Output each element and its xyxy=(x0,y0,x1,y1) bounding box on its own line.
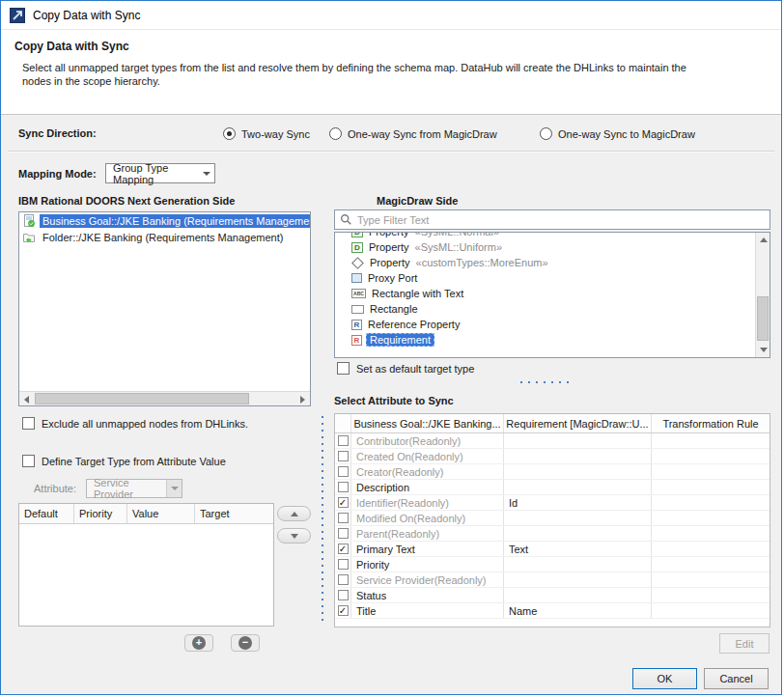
vertical-splitter-handle[interactable] xyxy=(322,416,323,621)
scroll-left-icon[interactable] xyxy=(19,392,34,406)
radio-selected-icon xyxy=(223,127,236,140)
attribute-row-status[interactable]: Status xyxy=(335,588,770,603)
remove-row-button[interactable]: − xyxy=(231,634,260,652)
edit-button[interactable]: Edit xyxy=(719,633,770,654)
attribute-sync-table: Business Goal::/JKE Banking... Requireme… xyxy=(334,413,770,627)
doors-tree: Business Goal::/JKE Banking (Requirement… xyxy=(18,211,311,406)
tree-item-property-uniform[interactable]: D Property «SysML::Uniform» xyxy=(351,239,770,255)
tree-item-requirement[interactable]: R Requirement xyxy=(351,332,770,348)
scroll-up-icon[interactable] xyxy=(756,233,770,247)
checkbox-icon[interactable] xyxy=(338,528,349,539)
select-attribute-title: Select Attribute to Sync xyxy=(334,395,454,406)
radio-label: One-way Sync to MagicDraw xyxy=(558,128,695,140)
cancel-button[interactable]: Cancel xyxy=(704,668,769,689)
attribute-row-title[interactable]: ✓ Title Name xyxy=(335,603,770,619)
business-goal-icon xyxy=(22,214,37,228)
attribute-row-identifier[interactable]: ✓ Identifier(Readonly) Id xyxy=(335,495,770,511)
column-header-target[interactable]: Target xyxy=(195,504,273,523)
search-icon xyxy=(340,213,352,226)
checkbox-icon[interactable] xyxy=(338,559,349,570)
checkbox-icon[interactable] xyxy=(338,466,349,477)
horizontal-scrollbar[interactable] xyxy=(19,391,310,405)
header-description-line1: Select all unmapped target types from th… xyxy=(22,61,768,74)
type-filter-box[interactable] xyxy=(334,209,770,230)
move-down-button[interactable] xyxy=(277,528,311,544)
attribute-value-table[interactable]: Default Priority Value Target xyxy=(18,503,274,627)
scrollbar-track[interactable] xyxy=(34,392,295,405)
mapping-mode-select[interactable]: Group Type Mapping xyxy=(105,163,215,183)
set-default-target-checkbox[interactable]: Set as default target type xyxy=(337,362,474,375)
rectangle-with-text-icon: ABC xyxy=(351,289,366,298)
checkbox-checked-icon[interactable]: ✓ xyxy=(338,497,349,508)
checkbox-label: Define Target Type from Attribute Value xyxy=(42,456,226,467)
checkbox-icon[interactable] xyxy=(338,590,349,600)
requirement-icon: R xyxy=(351,335,362,346)
scroll-right-icon[interactable] xyxy=(295,392,310,406)
radio-one-way-from-magicdraw[interactable]: One-way Sync from MagicDraw xyxy=(329,127,497,140)
chevron-down-icon xyxy=(203,172,210,176)
app-icon xyxy=(10,8,25,23)
chevron-down-icon xyxy=(166,480,182,497)
scrollbar-track[interactable] xyxy=(756,247,770,343)
add-row-button[interactable]: + xyxy=(184,634,213,652)
attribute-row-creator[interactable]: Creator(Readonly) xyxy=(335,464,770,480)
attribute-row-contributor[interactable]: Contributor(Readonly) xyxy=(335,433,770,449)
column-header-value[interactable]: Value xyxy=(127,504,195,523)
checkbox-icon[interactable] xyxy=(338,513,349,523)
plus-icon: + xyxy=(192,636,206,650)
window-title: Copy Data with Sync xyxy=(33,9,140,22)
tree-item-label: Business Goal::/JKE Banking (Requirement… xyxy=(40,214,310,228)
column-header-default[interactable]: Default xyxy=(19,504,74,523)
checkbox-icon[interactable] xyxy=(338,435,349,446)
tree-item-folder[interactable]: Folder::/JKE Banking (Requirements Manag… xyxy=(19,229,310,245)
exclude-unmapped-checkbox[interactable]: Exclude all unmapped nodes from DHLinks. xyxy=(22,417,248,430)
scroll-down-icon[interactable] xyxy=(756,343,770,357)
move-up-button[interactable] xyxy=(277,506,311,521)
tree-item-rectangle[interactable]: Rectangle xyxy=(351,301,770,317)
radio-icon xyxy=(329,127,342,140)
column-header-priority[interactable]: Priority xyxy=(74,504,127,523)
tree-item-reference-property[interactable]: R Reference Property xyxy=(351,317,770,332)
radio-one-way-to-magicdraw[interactable]: One-way Sync to MagicDraw xyxy=(540,127,695,140)
type-filter-input[interactable] xyxy=(357,214,765,226)
attribute-row-service-provider[interactable]: Service Provider(Readonly) xyxy=(335,572,770,588)
radio-two-way-sync[interactable]: Two-way Sync xyxy=(223,127,310,140)
column-header-target[interactable]: Requirement [MagicDraw::U... xyxy=(504,414,652,432)
horizontal-splitter-handle[interactable] xyxy=(520,381,574,383)
checkbox-icon[interactable] xyxy=(338,482,349,492)
attribute-label: Attribute: xyxy=(34,483,76,494)
tree-item-rectangle-with-text[interactable]: ABC Rectangle with Text xyxy=(351,286,770,301)
column-header-source[interactable]: Business Goal::/JKE Banking... xyxy=(351,414,504,432)
minus-icon: − xyxy=(238,636,252,650)
tree-item-property-moreenum[interactable]: Property «customTypes::MoreEnum» xyxy=(351,255,770,270)
checkbox-checked-icon[interactable]: ✓ xyxy=(338,544,349,554)
attribute-row-primary-text[interactable]: ✓ Primary Text Text xyxy=(335,542,770,557)
attribute-table-header: Business Goal::/JKE Banking... Requireme… xyxy=(335,414,770,433)
checkbox-icon[interactable] xyxy=(338,451,349,461)
distribution-icon: D xyxy=(351,242,363,253)
tree-item-business-goal[interactable]: Business Goal::/JKE Banking (Requirement… xyxy=(19,212,310,229)
define-target-type-checkbox[interactable]: Define Target Type from Attribute Value xyxy=(22,455,226,467)
ok-button[interactable]: OK xyxy=(632,668,697,689)
rectangle-icon xyxy=(351,305,364,314)
attribute-row-priority[interactable]: Priority xyxy=(335,557,770,572)
scrollbar-thumb[interactable] xyxy=(35,393,249,404)
attribute-row-description[interactable]: Description xyxy=(335,480,770,495)
attribute-row-parent[interactable]: Parent(Readonly) xyxy=(335,526,770,542)
column-header-rule[interactable]: Transformation Rule xyxy=(652,414,770,432)
tree-item-property-normal[interactable]: D Property «SysML::Normal» xyxy=(351,232,770,239)
tree-item-proxy-port[interactable]: Proxy Port xyxy=(351,270,770,286)
titlebar[interactable]: Copy Data with Sync xyxy=(1,1,781,30)
distribution-icon: D xyxy=(351,232,363,237)
attribute-select: Service Provider xyxy=(86,479,182,498)
attribute-row-modified-on[interactable]: Modified On(Readonly) xyxy=(335,511,770,526)
attribute-value: Service Provider xyxy=(94,477,166,500)
attribute-row-created-on[interactable]: Created On(Readonly) xyxy=(335,449,770,464)
vertical-scrollbar[interactable] xyxy=(755,233,770,357)
enum-diamond-icon xyxy=(351,258,364,268)
checkbox-icon[interactable] xyxy=(338,574,349,585)
checkbox-icon xyxy=(337,362,350,375)
scrollbar-thumb[interactable] xyxy=(757,296,769,341)
down-arrow-icon xyxy=(291,534,298,539)
checkbox-checked-icon[interactable]: ✓ xyxy=(338,605,349,616)
